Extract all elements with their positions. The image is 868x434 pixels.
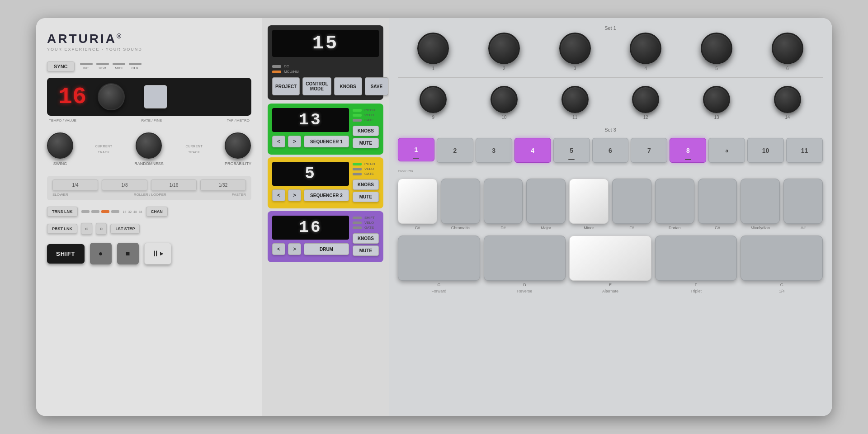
drum-name-button[interactable]: DRUM <box>304 243 349 255</box>
knob-11[interactable] <box>561 86 589 113</box>
save-button[interactable]: SAVE <box>365 77 389 95</box>
seq1-knobs-button[interactable]: KNOBS <box>353 126 379 136</box>
num-pad-8[interactable]: 8 <box>670 138 706 163</box>
num-pad-10[interactable]: 10 <box>747 138 784 163</box>
knob-13[interactable] <box>703 86 730 113</box>
swing-knob[interactable] <box>47 132 73 159</box>
seq2-velo-row: VELO <box>353 167 379 171</box>
pad-d-sharp[interactable] <box>484 179 523 224</box>
randomness-knob[interactable] <box>136 132 162 159</box>
seq2-pitch-label: PITCH <box>364 162 375 166</box>
probability-knob[interactable] <box>225 132 251 159</box>
seq1-mute-button[interactable]: MUTE <box>353 138 379 148</box>
roller-btn-1-16[interactable]: 1/16 <box>151 179 197 191</box>
tap-metro-button[interactable] <box>144 85 167 108</box>
knob-1[interactable] <box>417 33 449 64</box>
pad-a-sharp[interactable] <box>783 179 823 224</box>
roller-btn-1-8[interactable]: 1/8 <box>102 179 147 191</box>
knobs-top-button[interactable]: KNOBS <box>334 77 362 95</box>
record-button[interactable]: ● <box>90 243 112 264</box>
seq1-name-button[interactable]: SEQUENCER 1 <box>304 136 349 147</box>
pad-mixolydian-label: Mixolydian <box>751 226 770 230</box>
brand-name: ARTURIA <box>47 32 117 46</box>
project-button[interactable]: PROJECT <box>272 77 300 95</box>
num-pad-9[interactable]: a <box>708 138 745 163</box>
num-pad-5[interactable]: 5 <box>553 138 590 163</box>
pad-mixolydian[interactable] <box>741 179 780 224</box>
drum-shift-row: SHIFT <box>353 216 379 220</box>
seq2-nav-right[interactable]: > <box>288 189 301 201</box>
pad-triplet-label: Triplet <box>690 289 702 293</box>
pad-group-major: Major <box>526 179 566 230</box>
sync-button[interactable]: SYNC <box>47 61 75 71</box>
num-pad-6[interactable]: 6 <box>592 138 629 163</box>
pad-minor[interactable] <box>569 179 609 224</box>
nav-prev-button[interactable]: « <box>81 223 92 235</box>
seq1-nav-right[interactable]: > <box>288 136 301 147</box>
num-pad-11[interactable]: 11 <box>786 138 823 163</box>
seq1-nav-left[interactable]: < <box>272 136 285 147</box>
drum-mute-button[interactable]: MUTE <box>353 245 379 256</box>
roller-btn-1-32[interactable]: 1/32 <box>200 179 246 191</box>
num-pad-1[interactable]: 1 <box>398 138 434 161</box>
knob-6[interactable] <box>772 33 803 64</box>
trns-lnk-button[interactable]: TRNS LNK <box>47 207 78 217</box>
sync-midi-bar <box>113 63 125 65</box>
pad-f[interactable] <box>655 236 737 281</box>
num-pad-3[interactable]: 3 <box>476 138 512 163</box>
tempo-knob[interactable] <box>98 83 125 110</box>
pad-group-f-sharp: F# <box>612 179 651 230</box>
num-pad-7[interactable]: 7 <box>631 138 667 163</box>
knob-11-label: 11 <box>572 115 577 120</box>
play-pause-button[interactable]: ⏸▶ <box>144 243 171 264</box>
seq2-velo-ind <box>353 168 362 170</box>
seq2-knobs-button[interactable]: KNOBS <box>353 179 379 190</box>
control-mode-button[interactable]: CONTROL MODE <box>302 77 331 95</box>
seq2-name-button[interactable]: SEQUENCER 2 <box>304 189 349 201</box>
pad-c-label: C <box>438 283 441 287</box>
step-ind-64 <box>111 210 119 213</box>
pad-g-sharp[interactable] <box>698 179 737 224</box>
pad-major-label: Major <box>541 226 552 230</box>
roller-btn-1-4[interactable]: 1/4 <box>52 179 98 191</box>
pad-chromatic[interactable] <box>441 179 480 224</box>
shift-button[interactable]: SHIFT <box>47 244 85 264</box>
slower-label: SLOWER <box>52 193 68 197</box>
seq2-mute-button[interactable]: MUTE <box>353 192 379 202</box>
knob-5[interactable] <box>701 33 732 64</box>
knob-col-10: 10 <box>469 86 540 120</box>
seq2-nav-left[interactable]: < <box>272 189 285 201</box>
nav-next-button[interactable]: » <box>96 223 107 235</box>
knob-5-label: 5 <box>715 66 718 71</box>
lst-step-button[interactable]: LST STEP <box>110 224 140 234</box>
drum-nav-left[interactable]: < <box>272 243 285 255</box>
knob-4[interactable] <box>630 33 661 64</box>
pad-wrapper-4: 4 <box>514 138 551 163</box>
knob-14[interactable] <box>774 86 801 113</box>
drum-nav-right[interactable]: > <box>288 243 301 255</box>
pad-d[interactable] <box>484 236 566 281</box>
knob-9[interactable] <box>420 86 447 113</box>
pad-c-sharp[interactable] <box>398 179 437 224</box>
knob-10[interactable] <box>491 86 518 113</box>
pad-f-sharp[interactable] <box>612 179 651 224</box>
pad-g[interactable] <box>741 236 823 281</box>
drum-knobs-button[interactable]: KNOBS <box>353 233 379 244</box>
knob-3[interactable] <box>559 33 591 64</box>
chan-button[interactable]: CHAN <box>146 207 168 217</box>
pad-wrapper-6: 6 <box>592 138 629 163</box>
pad-major[interactable] <box>526 179 566 224</box>
knob-12[interactable] <box>632 86 659 113</box>
num-pad-4[interactable]: 4 <box>514 138 551 163</box>
pad-group-dorian: Dorian <box>655 179 694 230</box>
num-pad-2[interactable]: 2 <box>437 138 473 163</box>
knob-2[interactable] <box>488 33 520 64</box>
prst-lnk-button[interactable]: PRST LNK <box>47 224 77 234</box>
pad-e[interactable] <box>569 236 651 281</box>
sync-int-label: INT <box>83 66 89 70</box>
stop-button[interactable]: ■ <box>117 243 139 264</box>
knob-col-6: 6 <box>752 33 823 71</box>
knob-6-label: 6 <box>786 66 789 71</box>
pad-c[interactable] <box>398 236 480 281</box>
pad-dorian[interactable] <box>655 179 694 224</box>
